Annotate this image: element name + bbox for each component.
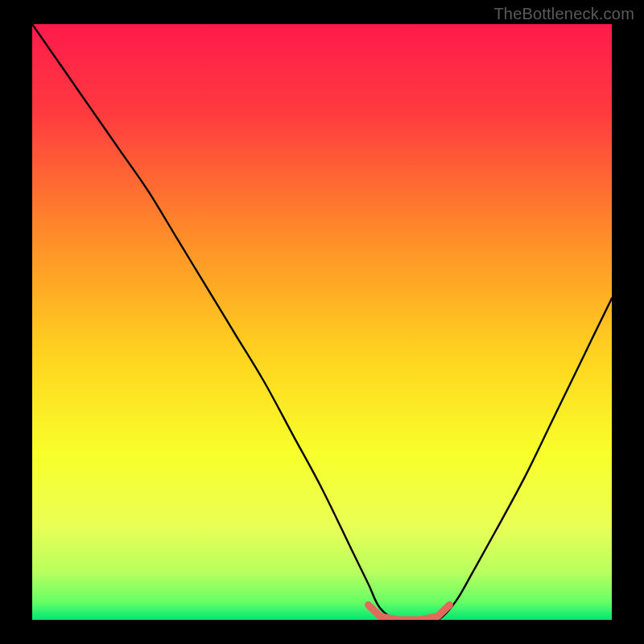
chart-frame: TheBottleneck.com [0, 0, 644, 644]
watermark-label: TheBottleneck.com [493, 5, 634, 23]
plot-area [32, 24, 612, 620]
gradient-background [32, 24, 612, 620]
bottleneck-chart [32, 24, 612, 620]
